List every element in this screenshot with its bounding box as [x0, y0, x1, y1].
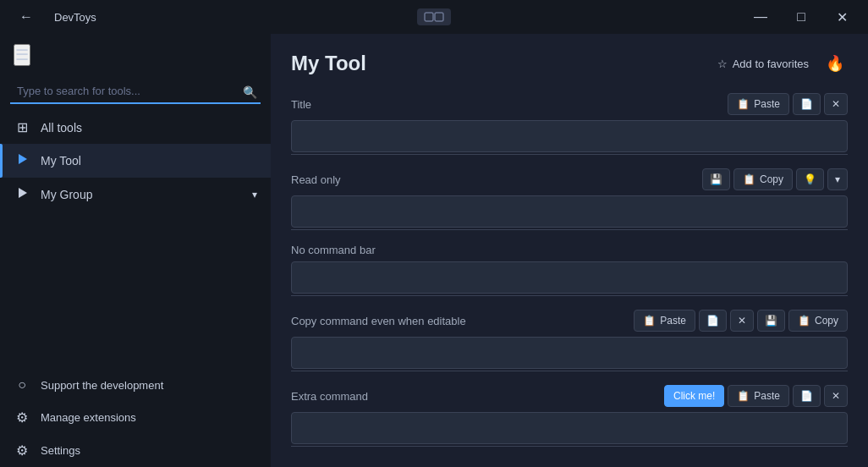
section-read-only: Read only 💾 📋 Copy 💡 ▾: [291, 168, 848, 230]
content-header: My Tool ☆ Add to favorites 🔥: [291, 51, 848, 76]
title-field[interactable]: [291, 120, 848, 152]
paste-icon: 📋: [737, 98, 750, 110]
section-read-only-actions: 💾 📋 Copy 💡 ▾: [702, 168, 848, 190]
section-copy-command: Copy command even when editable 📋 Paste …: [291, 310, 848, 371]
section-extra-command-actions: Click me! 📋 Paste 📄 ✕: [664, 385, 848, 407]
sidebar-item-support[interactable]: ○ Support the development: [0, 369, 271, 401]
search-icon: 🔍: [243, 85, 257, 99]
search-input[interactable]: [10, 80, 261, 104]
my-group-icon: [14, 186, 30, 203]
close-button[interactable]: ✕: [822, 3, 861, 30]
section-no-command-bar: No command bar: [291, 244, 848, 296]
header-actions: ☆ Add to favorites 🔥: [711, 51, 848, 76]
section-copy-command-header: Copy command even when editable 📋 Paste …: [291, 310, 848, 332]
sidebar-item-my-group[interactable]: My Group ▾: [0, 178, 271, 212]
fire-icon: 🔥: [826, 55, 844, 72]
extra-command-field[interactable]: [291, 412, 848, 444]
copy-label: Copy: [760, 173, 783, 185]
click-me-button[interactable]: Click me!: [664, 385, 724, 407]
maximize-icon: □: [797, 9, 805, 25]
search-container: 🔍: [10, 80, 261, 104]
save2-button[interactable]: 💾: [757, 310, 785, 332]
titlebar-left: ← DevToys: [7, 3, 96, 30]
chevron-icon: ▾: [252, 189, 257, 201]
copy-doc3-button[interactable]: 📄: [793, 385, 821, 407]
minimize-button[interactable]: —: [741, 3, 780, 30]
clear3-button[interactable]: ✕: [824, 385, 848, 407]
svg-rect-1: [435, 13, 443, 21]
section-extra-command: Extra command Click me! 📋 Paste 📄 ✕: [291, 385, 848, 447]
save-button[interactable]: 💾: [702, 168, 730, 190]
page-title: My Tool: [291, 52, 366, 75]
divider: [291, 154, 848, 155]
app-title: DevToys: [54, 11, 96, 24]
section-copy-command-actions: 📋 Paste 📄 ✕ 💾 📋 Copy: [634, 310, 848, 332]
svg-marker-2: [19, 154, 27, 164]
clear2-button[interactable]: ✕: [730, 310, 754, 332]
click-me-label: Click me!: [673, 390, 715, 402]
read-only-field: [291, 195, 848, 228]
section-title-label: Title: [291, 98, 311, 111]
paste2-button[interactable]: 📋 Paste: [634, 310, 695, 332]
content-area: My Tool ☆ Add to favorites 🔥 Title 📋 Pas…: [271, 34, 868, 467]
sidebar-item-all-tools[interactable]: ⊞ All tools: [0, 111, 271, 144]
divider: [291, 446, 848, 447]
fire-button[interactable]: 🔥: [822, 51, 848, 76]
copy2-button[interactable]: 📋 Copy: [788, 310, 848, 332]
hamburger-button[interactable]: ☰: [14, 44, 30, 66]
sidebar: ☰ 🔍 ⊞ All tools My Tool My Group ▾: [0, 34, 271, 467]
save2-icon: 💾: [765, 315, 777, 327]
all-tools-icon: ⊞: [14, 119, 30, 135]
copy2-label: Copy: [815, 315, 838, 327]
svg-rect-0: [425, 13, 433, 21]
sidebar-item-label: My Group: [41, 188, 92, 201]
clear3-icon: ✕: [832, 390, 840, 402]
section-extra-command-label: Extra command: [291, 390, 368, 403]
chevron-down-button[interactable]: ▾: [827, 168, 848, 190]
sidebar-item-label: My Tool: [41, 154, 81, 168]
minimize-icon: —: [754, 9, 767, 25]
paste2-icon: 📋: [643, 315, 656, 327]
copy-command-field[interactable]: [291, 337, 848, 369]
section-no-command-bar-label: No command bar: [291, 244, 376, 256]
sidebar-item-label: Settings: [41, 444, 80, 457]
section-copy-command-label: Copy command even when editable: [291, 315, 466, 327]
search-button[interactable]: 🔍: [243, 85, 257, 99]
clear-button[interactable]: ✕: [824, 93, 848, 115]
copy-doc2-icon: 📄: [706, 315, 719, 327]
back-icon: ←: [19, 9, 33, 25]
copy-doc2-button[interactable]: 📄: [699, 310, 727, 332]
section-no-command-bar-header: No command bar: [291, 244, 848, 256]
divider: [291, 229, 848, 230]
sidebar-bottom: ○ Support the development ⚙ Manage exten…: [0, 369, 271, 467]
light-button[interactable]: 💡: [796, 168, 824, 190]
save-icon: 💾: [710, 173, 722, 185]
copy-doc-button[interactable]: 📄: [793, 93, 821, 115]
star-icon: ☆: [717, 58, 728, 70]
paste2-label: Paste: [660, 315, 686, 327]
close-icon: ✕: [837, 9, 848, 25]
clear-icon: ✕: [832, 98, 840, 110]
light-icon: 💡: [804, 173, 816, 185]
sidebar-item-manage-extensions[interactable]: ⚙ Manage extensions: [0, 401, 271, 434]
copy-icon: 📋: [743, 173, 755, 185]
divider: [291, 371, 848, 371]
maximize-button[interactable]: □: [782, 3, 821, 30]
paste3-button[interactable]: 📋 Paste: [728, 385, 789, 407]
add-to-favorites-button[interactable]: ☆ Add to favorites: [711, 54, 816, 74]
support-icon: ○: [14, 377, 30, 393]
my-tool-icon: [14, 152, 30, 169]
back-button[interactable]: ←: [7, 3, 46, 30]
no-command-bar-field[interactable]: [291, 261, 848, 294]
sidebar-item-my-tool[interactable]: My Tool: [0, 144, 271, 178]
paste-button[interactable]: 📋 Paste: [728, 93, 789, 115]
copy-button[interactable]: 📋 Copy: [733, 168, 793, 190]
sidebar-item-label: All tools: [41, 121, 82, 135]
main-layout: ☰ 🔍 ⊞ All tools My Tool My Group ▾: [0, 34, 868, 467]
section-title-actions: 📋 Paste 📄 ✕: [728, 93, 848, 115]
copy-doc-icon: 📄: [800, 98, 813, 110]
section-read-only-header: Read only 💾 📋 Copy 💡 ▾: [291, 168, 848, 190]
section-extra-command-header: Extra command Click me! 📋 Paste 📄 ✕: [291, 385, 848, 407]
sidebar-item-settings[interactable]: ⚙ Settings: [0, 434, 271, 467]
paste-label: Paste: [754, 98, 780, 110]
